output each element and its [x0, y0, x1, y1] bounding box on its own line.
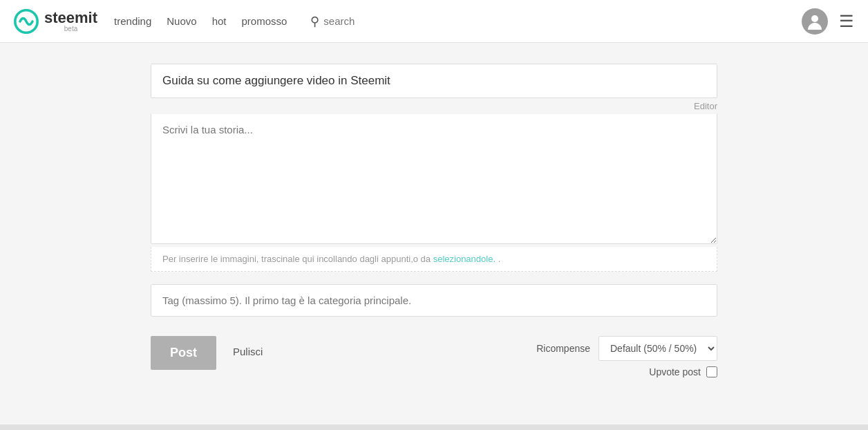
nav-links: trending Nuovo hot promosso [114, 15, 287, 27]
svg-point-1 [811, 15, 818, 22]
logo-wrapper[interactable]: steemit beta [14, 9, 97, 34]
logo-text: steemit [44, 10, 97, 26]
clear-button[interactable]: Pulisci [233, 336, 263, 367]
tag-input[interactable] [151, 284, 717, 317]
post-button[interactable]: Post [151, 336, 216, 370]
image-hint: Per inserire le immagini, trascinale qui… [151, 247, 717, 272]
user-icon [805, 12, 824, 31]
action-row: Post Pulisci Ricompense Default (50% / 5… [151, 336, 717, 377]
upvote-checkbox[interactable] [706, 366, 717, 377]
image-hint-text: Per inserire le immagini, trascinale qui… [162, 254, 433, 264]
reward-section: Ricompense Default (50% / 50%) Power Up … [536, 336, 717, 377]
image-hint-link[interactable]: selezionandole. [433, 254, 496, 264]
reward-label: Ricompense [536, 343, 590, 354]
search-area: ⚲ [310, 14, 406, 29]
reward-row: Ricompense Default (50% / 50%) Power Up … [536, 336, 717, 361]
story-textarea[interactable] [151, 114, 717, 244]
navbar-right: ☰ [802, 8, 854, 35]
search-input[interactable] [323, 15, 406, 27]
main-content: Editor Per inserire le immagini, trascin… [137, 64, 731, 419]
logo-beta: beta [44, 26, 97, 32]
image-hint-suffix: . [496, 254, 500, 264]
editor-label: Editor [151, 98, 717, 114]
nav-link-hot[interactable]: hot [212, 15, 227, 27]
hamburger-icon[interactable]: ☰ [839, 13, 854, 30]
avatar[interactable] [802, 8, 828, 35]
logo-text-wrapper: steemit beta [44, 10, 97, 32]
navbar-left: steemit beta trending Nuovo hot promosso… [14, 9, 406, 34]
title-input[interactable] [151, 64, 717, 98]
upvote-row: Upvote post [649, 366, 717, 377]
nav-link-trending[interactable]: trending [114, 15, 151, 27]
upvote-label: Upvote post [649, 366, 701, 377]
nav-link-nuovo[interactable]: Nuovo [167, 15, 196, 27]
reward-select[interactable]: Default (50% / 50%) Power Up 100% Declin… [598, 336, 717, 361]
search-icon[interactable]: ⚲ [310, 14, 319, 29]
steemit-logo-icon [14, 9, 39, 34]
navbar: steemit beta trending Nuovo hot promosso… [0, 0, 868, 43]
nav-link-promosso[interactable]: promosso [241, 15, 287, 27]
